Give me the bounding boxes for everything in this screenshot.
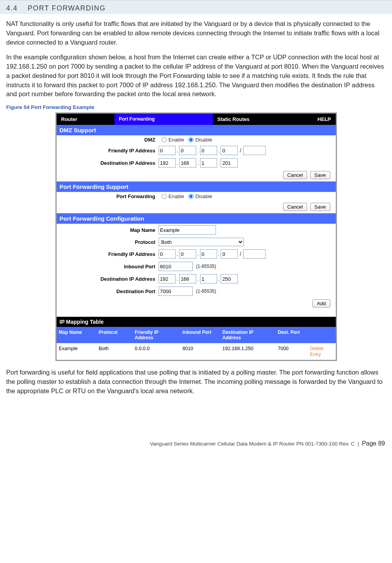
pfc-dip-1[interactable] bbox=[159, 274, 176, 283]
dmz-dip-4[interactable] bbox=[221, 158, 238, 168]
label-disable-2: Disable bbox=[195, 193, 212, 199]
dmz-dip-2[interactable] bbox=[179, 158, 196, 168]
table-row: Example Both 0.0.0.0 8010 192.168.1.250 … bbox=[57, 343, 336, 359]
pf-enable-radio[interactable] bbox=[162, 194, 167, 199]
dmz-fip-2[interactable] bbox=[179, 146, 196, 155]
delete-entry-link[interactable]: Delete Entry bbox=[310, 346, 324, 357]
dmz-dip-1[interactable] bbox=[159, 158, 176, 168]
label-enable: Enable bbox=[169, 137, 184, 143]
dmz-cidr[interactable] bbox=[243, 146, 266, 155]
paragraph-1: NAT functionality is only useful for tra… bbox=[0, 19, 392, 47]
cidr-slash-2: / bbox=[239, 251, 242, 257]
th-dest-ip: Destination IP Address bbox=[220, 327, 276, 343]
label-map-name: Map Name bbox=[57, 227, 159, 233]
dmz-enable-radio[interactable] bbox=[162, 137, 167, 142]
label-dest-ip: Destination IP Address bbox=[57, 160, 159, 166]
th-inbound-port: Inbound Port bbox=[180, 327, 220, 343]
pf-cancel-button[interactable]: Cancel bbox=[283, 203, 307, 211]
th-map-name: Map Name bbox=[57, 327, 97, 343]
dmz-dip-3[interactable] bbox=[200, 158, 217, 168]
cidr-slash: / bbox=[239, 147, 242, 154]
dmz-cancel-button[interactable]: Cancel bbox=[283, 171, 307, 179]
pf-save-button[interactable]: Save bbox=[310, 203, 330, 211]
pfc-fip-3[interactable] bbox=[200, 249, 217, 259]
dmz-fip-1[interactable] bbox=[159, 146, 176, 155]
th-action bbox=[308, 327, 336, 343]
section-title: PORT FORWARDING bbox=[28, 4, 106, 12]
th-friendly-ip: Friendly IP Address bbox=[133, 327, 180, 343]
add-button[interactable]: Add bbox=[313, 299, 330, 307]
paragraph-2: In the example configuration shown below… bbox=[0, 53, 392, 99]
pfc-dip-4[interactable] bbox=[221, 274, 238, 283]
map-name-input[interactable] bbox=[159, 225, 216, 235]
cell-map: Example bbox=[57, 343, 97, 359]
tab-spacer bbox=[300, 114, 313, 125]
paragraph-3: Port forwarding is useful for field appl… bbox=[0, 368, 392, 396]
section-pf-support: Port Forwarding Support bbox=[57, 181, 336, 192]
pfc-cidr[interactable] bbox=[243, 249, 266, 259]
cell-inp: 8010 bbox=[180, 343, 220, 359]
cell-prot: Both bbox=[97, 343, 133, 359]
pfc-dip-2[interactable] bbox=[179, 274, 196, 283]
pfc-fip-2[interactable] bbox=[179, 249, 196, 259]
label-dmz: DMZ bbox=[57, 137, 159, 143]
protocol-select[interactable]: Both bbox=[159, 238, 244, 246]
pfc-fip-1[interactable] bbox=[159, 249, 176, 259]
th-dest-port: Dest. Port bbox=[276, 327, 308, 343]
dmz-fip-3[interactable] bbox=[200, 146, 217, 155]
dmz-fip-4[interactable] bbox=[221, 146, 238, 155]
page-footer: Vanguard Series Multicarrier Cellular Da… bbox=[0, 401, 392, 452]
pfc-fip-4[interactable] bbox=[221, 249, 238, 259]
label-disable: Disable bbox=[195, 137, 212, 143]
tab-port-forwarding[interactable]: Port Forwarding bbox=[114, 114, 213, 125]
page-number: Page 89 bbox=[362, 440, 385, 447]
figure-caption: Figure 54 Port Forwarding Example bbox=[0, 104, 392, 110]
section-heading: 4.4 PORT FORWARDING bbox=[0, 1, 392, 12]
router-config-panel: Router Port Forwarding Static Routes HEL… bbox=[55, 112, 337, 361]
section-dmz-support: DMZ Support bbox=[57, 125, 336, 135]
cell-dp: 7000 bbox=[276, 343, 308, 359]
pfc-dip-3[interactable] bbox=[200, 274, 217, 283]
dest-port-input[interactable] bbox=[159, 287, 193, 296]
label-friendly-ip: Friendly IP Address bbox=[57, 148, 159, 154]
hint-range-2: (1-65535) bbox=[196, 288, 216, 294]
label-port-forwarding: Port Forwarding bbox=[57, 193, 159, 199]
label-pfc-dest-ip: Destination IP Address bbox=[57, 276, 159, 282]
section-ip-mapping: IP Mapping Table bbox=[57, 317, 336, 327]
tab-help[interactable]: HELP bbox=[313, 114, 336, 125]
hint-range-1: (1-65535) bbox=[196, 264, 216, 269]
label-inbound-port: Inbound Port bbox=[57, 264, 159, 269]
section-number: 4.4 bbox=[6, 4, 18, 12]
tab-bar: Router Port Forwarding Static Routes HEL… bbox=[57, 114, 336, 125]
label-pfc-friendly-ip: Friendly IP Address bbox=[57, 251, 159, 257]
cell-fip: 0.0.0.0 bbox=[133, 343, 180, 359]
footer-text: Vanguard Series Multicarrier Cellular Da… bbox=[150, 441, 355, 447]
th-protocol: Protocol bbox=[97, 327, 133, 343]
tab-router[interactable]: Router bbox=[57, 114, 114, 125]
label-enable-2: Enable bbox=[169, 193, 184, 199]
dmz-disable-radio[interactable] bbox=[188, 137, 193, 142]
pf-disable-radio[interactable] bbox=[188, 194, 193, 199]
cell-dip: 192.168.1.250 bbox=[220, 343, 276, 359]
section-pf-config: Port Forwarding Configuration bbox=[57, 213, 336, 224]
tab-static-routes[interactable]: Static Routes bbox=[213, 114, 300, 125]
mapping-table-header: Map Name Protocol Friendly IP Address In… bbox=[57, 327, 336, 343]
inbound-port-input[interactable] bbox=[159, 262, 193, 271]
label-dest-port: Destination Port bbox=[57, 288, 159, 294]
label-protocol: Protocol bbox=[57, 239, 159, 245]
dmz-save-button[interactable]: Save bbox=[310, 171, 330, 179]
